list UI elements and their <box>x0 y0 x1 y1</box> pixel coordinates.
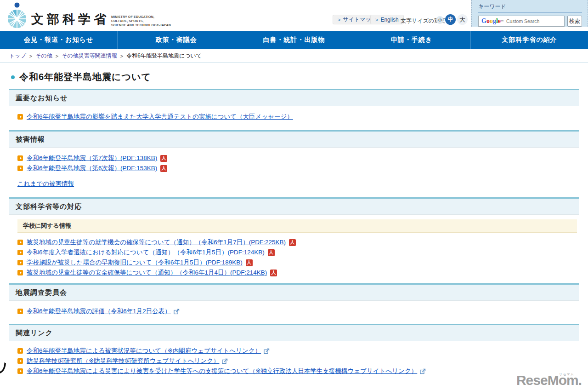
nav-item-procedures[interactable]: 申請・手続き <box>353 31 470 49</box>
nav-item-about[interactable]: 文部科学省の紹介 <box>470 31 588 49</box>
nav-item-press[interactable]: 会見・報道・お知らせ <box>0 31 117 49</box>
ministry-name-english: MINISTRY OF EDUCATION, CULTURE, SPORTS, … <box>111 15 171 27</box>
content-link[interactable]: 被災地域の児童生徒等の安全確保等について（通知）（令和6年1月4日）(PDF:2… <box>27 269 267 277</box>
list-item: 令和6年能登半島地震（第6次報）(PDF:153KB) 人 <box>17 163 579 173</box>
section-related-links: 関連リンク 令和6年能登半島地震による被害状況等について（※内閣府ウェブサイトへ… <box>9 324 579 384</box>
arrow-bullet-icon <box>17 155 23 161</box>
pdf-icon[interactable]: 人 <box>270 270 277 276</box>
breadcrumb-separator: > <box>56 53 58 59</box>
arrow-bullet-icon <box>17 114 23 120</box>
subsection-header-school-info: 学校に関する情報 <box>17 219 577 233</box>
google-logo: Google™ <box>481 18 503 24</box>
content-link[interactable]: 防災科学技術研究所（※防災科学技術研究所ウェブサイトへリンク） <box>27 357 219 365</box>
pdf-icon[interactable]: 人 <box>160 155 167 162</box>
breadcrumb: トップ > その他 > その他災害等関連情報 > 令和6年能登半島地震について <box>0 49 588 63</box>
section-header: 地震調査委員会 <box>9 283 579 301</box>
arrow-bullet-icon <box>17 368 23 374</box>
arrow-bullet-icon <box>17 309 23 314</box>
arrow-bullet-icon <box>17 358 23 364</box>
font-size-large-button[interactable]: 大 <box>457 14 468 25</box>
nav-item-policy[interactable]: 政策・審議会 <box>117 31 235 49</box>
breadcrumb-link-others[interactable]: その他 <box>35 52 52 60</box>
circle-bullet-icon <box>11 75 15 79</box>
external-link-icon[interactable] <box>264 348 270 354</box>
keyword-label: キーワード <box>478 3 582 13</box>
content-link[interactable]: 令和6年度入学者選抜における対応について（通知）（令和6年1月5日）(PDF:1… <box>27 248 265 257</box>
list-item: 令和6年能登半島地震の影響を踏まえた大学入学共通テストの実施について（大臣メッセ… <box>17 112 579 122</box>
font-size-small-button[interactable]: 小 <box>436 16 444 24</box>
list-item: 令和6年能登半島地震の評価（令和6年1月2日公表） <box>17 306 579 316</box>
arrow-bullet-icon <box>17 166 23 171</box>
chevron-right-icon: > <box>375 17 378 23</box>
list-item: 防災科学技術研究所（※防災科学技術研究所ウェブサイトへリンク） <box>17 356 579 366</box>
search-placeholder: Custom Search <box>506 18 539 24</box>
list-item: 被災地域の児童生徒等の就学機会の確保等について（通知）（令和6年1月7日）(PD… <box>17 237 579 247</box>
page-curl-decoration <box>0 362 8 376</box>
list-item: 令和6年能登半島地震による災害により被害を受けた学生等への支援策について（※独立… <box>17 366 579 376</box>
chevron-right-icon: > <box>338 17 340 23</box>
list-item: 令和6年能登半島地震（第7次報）(PDF:138KB) 人 <box>17 153 579 163</box>
section-mext-response: 文部科学省等の対応 学校に関する情報 被災地域の児童生徒等の就学機会の確保等につ… <box>9 197 579 283</box>
content-link[interactable]: 令和6年能登半島地震の影響を踏まえた大学入学共通テストの実施について（大臣メッセ… <box>27 113 293 121</box>
section-header: 文部科学省等の対応 <box>9 197 579 215</box>
arrow-bullet-icon <box>17 260 23 265</box>
english-button[interactable]: > English <box>370 15 404 24</box>
section-header: 関連リンク <box>9 324 579 341</box>
breadcrumb-separator: > <box>120 53 123 59</box>
search-button[interactable]: 検索 <box>567 16 582 27</box>
mext-pinwheel-icon <box>6 1 28 32</box>
content-link[interactable]: 学校施設が被災した場合の早期復旧について（令和6年1月5日）(PDF:189KB… <box>27 258 243 267</box>
external-link-icon[interactable] <box>420 368 426 374</box>
list-item: 令和6年度入学者選抜における対応について（通知）（令和6年1月5日）(PDF:1… <box>17 247 579 258</box>
pdf-icon[interactable]: 人 <box>160 165 167 172</box>
external-link-icon[interactable] <box>222 358 228 364</box>
pdf-icon[interactable]: 人 <box>268 249 275 256</box>
breadcrumb-current: 令和6年能登半島地震について <box>126 52 202 60</box>
content-link[interactable]: 令和6年能登半島地震（第6次報）(PDF:153KB) <box>27 164 157 172</box>
list-item: これまでの被害情報 <box>17 179 579 189</box>
list-item: 令和6年能登半島地震による被害状況等について（※内閣府ウェブサイトへリンク） <box>17 346 579 356</box>
past-damage-info-link[interactable]: これまでの被害情報 <box>17 180 74 188</box>
content-link[interactable]: 令和6年能登半島地震による災害により被害を受けた学生等への支援策について（※独立… <box>27 367 417 375</box>
page-title-row: 令和6年能登半島地震について <box>11 71 588 83</box>
arrow-bullet-icon <box>17 270 23 275</box>
page-title: 令和6年能登半島地震について <box>19 71 151 83</box>
section-important-notices: 重要なお知らせ 令和6年能登半島地震の影響を踏まえた大学入学共通テストの実施につ… <box>9 89 579 130</box>
arrow-bullet-icon <box>17 250 23 255</box>
breadcrumb-link-disaster-info[interactable]: その他災害等関連情報 <box>62 52 117 60</box>
content-link[interactable]: 被災地域の児童生徒等の就学機会の確保等について（通知）（令和6年1月7日）(PD… <box>27 238 286 247</box>
arrow-bullet-icon <box>17 240 23 245</box>
content-link[interactable]: 令和6年能登半島地震（第7次報）(PDF:138KB) <box>27 154 157 162</box>
content-link[interactable]: 令和6年能登半島地震による被害状況等について（※内閣府ウェブサイトへリンク） <box>27 347 261 355</box>
search-panel: キーワード Google™ Custom Search 検索 <box>471 0 588 27</box>
section-header: 被害情報 <box>9 130 579 148</box>
section-header: 重要なお知らせ <box>9 89 579 106</box>
list-item: 被災地域の児童生徒等の安全確保等について（通知）（令和6年1月4日）(PDF:2… <box>17 268 579 278</box>
mext-logo[interactable]: 文部科学省 MINISTRY OF EDUCATION, CULTURE, SP… <box>6 1 171 32</box>
external-link-icon[interactable] <box>174 309 180 315</box>
breadcrumb-separator: > <box>29 53 32 59</box>
ministry-name: 文部科学省 <box>31 11 109 28</box>
search-input[interactable]: Google™ Custom Search <box>478 16 565 27</box>
breadcrumb-link-top[interactable]: トップ <box>9 52 26 60</box>
resemom-watermark: リセマム ReseMom. <box>516 373 582 388</box>
font-size-medium-button[interactable]: 中 <box>445 14 456 25</box>
site-header: 文部科学省 MINISTRY OF EDUCATION, CULTURE, SP… <box>0 0 588 31</box>
nav-item-publications[interactable]: 白書・統計・出版物 <box>235 31 352 49</box>
arrow-bullet-icon <box>17 348 23 354</box>
section-earthquake-committee: 地震調査委員会 令和6年能登半島地震の評価（令和6年1月2日公表） <box>9 283 579 324</box>
main-navigation: 会見・報道・お知らせ 政策・審議会 白書・統計・出版物 申請・手続き 文部科学省… <box>0 31 588 49</box>
watermark-ruby: リセマム <box>559 372 574 377</box>
content-link[interactable]: 令和6年能登半島地震の評価（令和6年1月2日公表） <box>27 307 171 315</box>
list-item: 学校施設が被災した場合の早期復旧について（令和6年1月5日）(PDF:189KB… <box>17 258 579 268</box>
section-damage-info: 被害情報 令和6年能登半島地震（第7次報）(PDF:138KB) 人 令和6年能… <box>9 130 579 197</box>
pdf-icon[interactable]: 人 <box>246 259 253 266</box>
pdf-icon[interactable]: 人 <box>289 239 296 246</box>
